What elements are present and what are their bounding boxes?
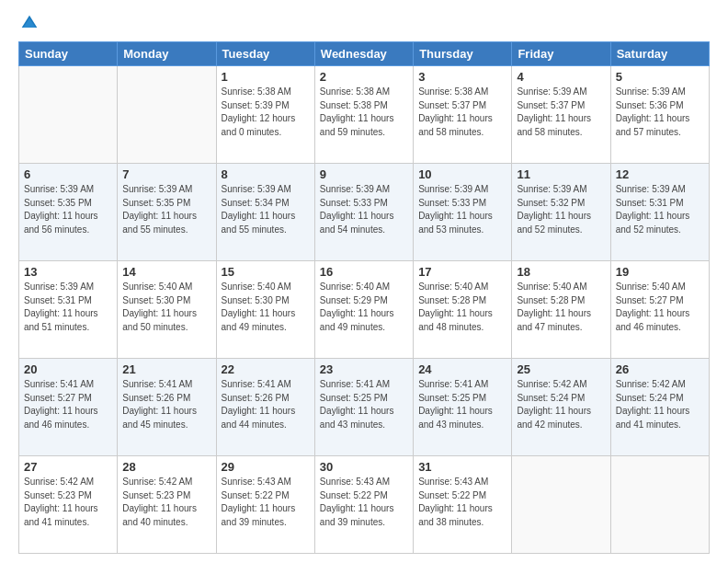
day-number: 25 xyxy=(517,362,605,376)
header-cell-sunday: Sunday xyxy=(19,42,118,66)
day-number: 2 xyxy=(320,70,408,84)
day-number: 11 xyxy=(517,167,605,181)
calendar-cell: 2Sunrise: 5:38 AM Sunset: 5:38 PM Daylig… xyxy=(314,66,413,164)
header-row: SundayMondayTuesdayWednesdayThursdayFrid… xyxy=(19,42,710,66)
calendar-cell: 1Sunrise: 5:38 AM Sunset: 5:39 PM Daylig… xyxy=(216,66,314,164)
day-info: Sunrise: 5:39 AM Sunset: 5:35 PM Dayligh… xyxy=(24,183,112,236)
day-number: 12 xyxy=(616,167,704,181)
day-number: 13 xyxy=(24,265,112,279)
page: SundayMondayTuesdayWednesdayThursdayFrid… xyxy=(0,0,728,563)
day-info: Sunrise: 5:38 AM Sunset: 5:38 PM Dayligh… xyxy=(320,86,408,139)
day-info: Sunrise: 5:38 AM Sunset: 5:39 PM Dayligh… xyxy=(222,86,310,139)
calendar-cell: 12Sunrise: 5:39 AM Sunset: 5:31 PM Dayli… xyxy=(610,164,709,261)
calendar-cell: 14Sunrise: 5:40 AM Sunset: 5:30 PM Dayli… xyxy=(118,261,216,359)
day-number: 18 xyxy=(517,265,605,279)
day-number: 6 xyxy=(24,167,112,181)
calendar-cell: 10Sunrise: 5:39 AM Sunset: 5:33 PM Dayli… xyxy=(414,164,512,261)
calendar-cell xyxy=(610,456,709,554)
day-info: Sunrise: 5:41 AM Sunset: 5:27 PM Dayligh… xyxy=(24,378,112,431)
day-number: 29 xyxy=(222,460,310,474)
header-cell-tuesday: Tuesday xyxy=(216,42,314,66)
day-info: Sunrise: 5:39 AM Sunset: 5:37 PM Dayligh… xyxy=(517,86,605,139)
calendar-cell: 15Sunrise: 5:40 AM Sunset: 5:30 PM Dayli… xyxy=(216,261,314,359)
calendar-cell: 3Sunrise: 5:38 AM Sunset: 5:37 PM Daylig… xyxy=(414,66,512,164)
calendar-cell: 23Sunrise: 5:41 AM Sunset: 5:25 PM Dayli… xyxy=(314,359,413,456)
week-row-5: 27Sunrise: 5:42 AM Sunset: 5:23 PM Dayli… xyxy=(19,456,710,554)
day-info: Sunrise: 5:39 AM Sunset: 5:33 PM Dayligh… xyxy=(320,183,408,236)
logo xyxy=(18,14,39,32)
day-info: Sunrise: 5:39 AM Sunset: 5:36 PM Dayligh… xyxy=(616,86,704,139)
day-number: 22 xyxy=(222,362,310,376)
day-info: Sunrise: 5:42 AM Sunset: 5:24 PM Dayligh… xyxy=(616,378,704,431)
header-cell-friday: Friday xyxy=(512,42,610,66)
calendar-cell: 26Sunrise: 5:42 AM Sunset: 5:24 PM Dayli… xyxy=(610,359,709,456)
calendar-body: 1Sunrise: 5:38 AM Sunset: 5:39 PM Daylig… xyxy=(19,66,710,554)
day-number: 16 xyxy=(320,265,408,279)
day-number: 8 xyxy=(222,167,310,181)
calendar-cell: 8Sunrise: 5:39 AM Sunset: 5:34 PM Daylig… xyxy=(216,164,314,261)
calendar-cell: 25Sunrise: 5:42 AM Sunset: 5:24 PM Dayli… xyxy=(512,359,610,456)
day-info: Sunrise: 5:39 AM Sunset: 5:31 PM Dayligh… xyxy=(616,183,704,236)
day-number: 31 xyxy=(418,460,506,474)
day-info: Sunrise: 5:43 AM Sunset: 5:22 PM Dayligh… xyxy=(418,476,506,529)
day-number: 14 xyxy=(122,265,210,279)
day-info: Sunrise: 5:39 AM Sunset: 5:34 PM Dayligh… xyxy=(222,183,310,236)
logo-icon xyxy=(20,14,39,32)
day-number: 9 xyxy=(320,167,408,181)
day-info: Sunrise: 5:39 AM Sunset: 5:32 PM Dayligh… xyxy=(517,183,605,236)
calendar-cell: 13Sunrise: 5:39 AM Sunset: 5:31 PM Dayli… xyxy=(19,261,118,359)
day-number: 27 xyxy=(24,460,112,474)
day-number: 26 xyxy=(616,362,704,376)
day-number: 23 xyxy=(320,362,408,376)
day-number: 24 xyxy=(418,362,506,376)
day-info: Sunrise: 5:42 AM Sunset: 5:23 PM Dayligh… xyxy=(122,476,210,529)
calendar-cell xyxy=(19,66,118,164)
calendar-cell: 16Sunrise: 5:40 AM Sunset: 5:29 PM Dayli… xyxy=(314,261,413,359)
day-info: Sunrise: 5:41 AM Sunset: 5:25 PM Dayligh… xyxy=(418,378,506,431)
week-row-2: 6Sunrise: 5:39 AM Sunset: 5:35 PM Daylig… xyxy=(19,164,710,261)
day-number: 15 xyxy=(222,265,310,279)
day-number: 3 xyxy=(418,70,506,84)
calendar-cell: 17Sunrise: 5:40 AM Sunset: 5:28 PM Dayli… xyxy=(414,261,512,359)
week-row-3: 13Sunrise: 5:39 AM Sunset: 5:31 PM Dayli… xyxy=(19,261,710,359)
calendar-cell: 20Sunrise: 5:41 AM Sunset: 5:27 PM Dayli… xyxy=(19,359,118,456)
day-info: Sunrise: 5:42 AM Sunset: 5:23 PM Dayligh… xyxy=(24,476,112,529)
day-info: Sunrise: 5:43 AM Sunset: 5:22 PM Dayligh… xyxy=(320,476,408,529)
header-cell-thursday: Thursday xyxy=(414,42,512,66)
calendar-cell: 21Sunrise: 5:41 AM Sunset: 5:26 PM Dayli… xyxy=(118,359,216,456)
day-info: Sunrise: 5:39 AM Sunset: 5:33 PM Dayligh… xyxy=(418,183,506,236)
week-row-4: 20Sunrise: 5:41 AM Sunset: 5:27 PM Dayli… xyxy=(19,359,710,456)
day-info: Sunrise: 5:38 AM Sunset: 5:37 PM Dayligh… xyxy=(418,86,506,139)
day-number: 17 xyxy=(418,265,506,279)
week-row-1: 1Sunrise: 5:38 AM Sunset: 5:39 PM Daylig… xyxy=(19,66,710,164)
day-info: Sunrise: 5:40 AM Sunset: 5:28 PM Dayligh… xyxy=(517,281,605,334)
day-number: 20 xyxy=(24,362,112,376)
day-info: Sunrise: 5:40 AM Sunset: 5:29 PM Dayligh… xyxy=(320,281,408,334)
calendar-cell: 11Sunrise: 5:39 AM Sunset: 5:32 PM Dayli… xyxy=(512,164,610,261)
calendar-cell xyxy=(512,456,610,554)
calendar-cell: 7Sunrise: 5:39 AM Sunset: 5:35 PM Daylig… xyxy=(118,164,216,261)
calendar-cell: 5Sunrise: 5:39 AM Sunset: 5:36 PM Daylig… xyxy=(610,66,709,164)
calendar-cell: 30Sunrise: 5:43 AM Sunset: 5:22 PM Dayli… xyxy=(314,456,413,554)
day-number: 1 xyxy=(222,70,310,84)
day-info: Sunrise: 5:43 AM Sunset: 5:22 PM Dayligh… xyxy=(222,476,310,529)
header-cell-wednesday: Wednesday xyxy=(314,42,413,66)
day-info: Sunrise: 5:41 AM Sunset: 5:26 PM Dayligh… xyxy=(222,378,310,431)
day-number: 7 xyxy=(122,167,210,181)
calendar-cell: 28Sunrise: 5:42 AM Sunset: 5:23 PM Dayli… xyxy=(118,456,216,554)
day-number: 30 xyxy=(320,460,408,474)
header-cell-saturday: Saturday xyxy=(610,42,709,66)
day-info: Sunrise: 5:42 AM Sunset: 5:24 PM Dayligh… xyxy=(517,378,605,431)
day-number: 19 xyxy=(616,265,704,279)
day-number: 10 xyxy=(418,167,506,181)
calendar-cell xyxy=(118,66,216,164)
calendar-cell: 9Sunrise: 5:39 AM Sunset: 5:33 PM Daylig… xyxy=(314,164,413,261)
calendar-cell: 22Sunrise: 5:41 AM Sunset: 5:26 PM Dayli… xyxy=(216,359,314,456)
day-number: 21 xyxy=(122,362,210,376)
day-number: 28 xyxy=(122,460,210,474)
day-info: Sunrise: 5:41 AM Sunset: 5:25 PM Dayligh… xyxy=(320,378,408,431)
calendar-cell: 24Sunrise: 5:41 AM Sunset: 5:25 PM Dayli… xyxy=(414,359,512,456)
day-info: Sunrise: 5:40 AM Sunset: 5:28 PM Dayligh… xyxy=(418,281,506,334)
day-info: Sunrise: 5:40 AM Sunset: 5:27 PM Dayligh… xyxy=(616,281,704,334)
header-cell-monday: Monday xyxy=(118,42,216,66)
